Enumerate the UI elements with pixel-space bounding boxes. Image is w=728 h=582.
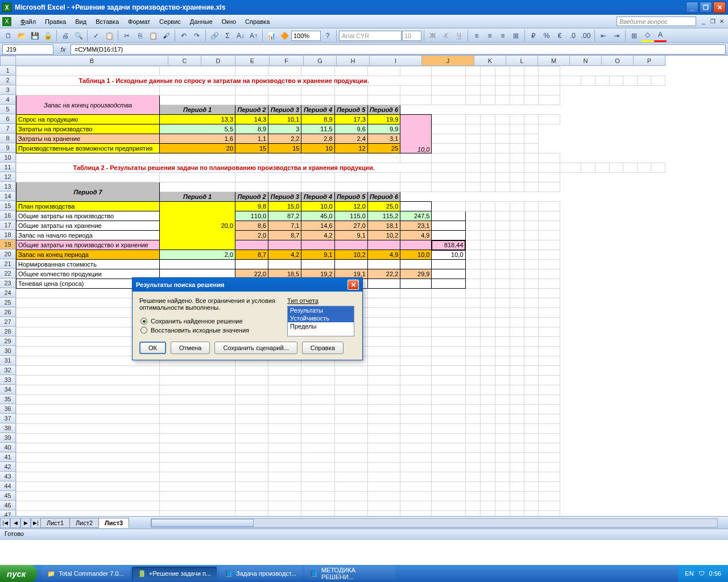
chart-icon[interactable]: 📊 xyxy=(265,30,278,42)
sort-asc-icon[interactable]: A↓ xyxy=(234,30,247,42)
dec-dec-icon[interactable]: .00 xyxy=(580,30,592,42)
menu-help[interactable]: Справка xyxy=(241,16,274,27)
taskbar-item[interactable]: 📗+Решение задачи п... xyxy=(132,567,217,580)
fill-color-icon[interactable]: ◇ xyxy=(641,30,653,42)
radio-icon xyxy=(140,327,147,334)
taskbar-item[interactable]: 📘МЕТОДИКА РЕШЕНИ... xyxy=(304,567,395,580)
standard-toolbar: 🗋 📂 💾 🔓 🖨 🔍 ✓ 📋 ✂ ⎘ 📋 🖌 ↶ ↷ 🔗 Σ A↓ A↑ 📊 … xyxy=(0,28,728,43)
zoom-select[interactable]: 100% xyxy=(291,31,321,41)
open-icon[interactable]: 📂 xyxy=(15,30,28,42)
report-type-label: Тип отчета xyxy=(287,297,355,304)
tab-nav-first[interactable]: |◀ xyxy=(0,518,10,528)
sheet-tabs: |◀ ◀ ▶ ▶| Лист1 Лист2 Лист3 xyxy=(0,516,728,529)
research-icon[interactable]: 📋 xyxy=(103,30,115,42)
align-left-icon[interactable]: ≡ xyxy=(470,30,483,42)
currency-icon[interactable]: ₽ xyxy=(527,30,540,42)
menu-data[interactable]: Данные xyxy=(185,16,217,27)
system-tray[interactable]: EN 🛡 0:56 xyxy=(678,565,728,582)
dialog-message: Решение найдено. Все ограничения и услов… xyxy=(139,297,287,311)
font-color-icon[interactable]: A xyxy=(654,30,667,42)
dialog-close-button[interactable]: ✕ xyxy=(348,280,359,290)
sheet-tab-2[interactable]: Лист2 xyxy=(69,518,99,528)
paste-icon[interactable]: 📋 xyxy=(147,30,159,42)
maximize-button[interactable]: ❐ xyxy=(700,2,712,13)
align-center-icon[interactable]: ≡ xyxy=(483,30,496,42)
status-bar: Готово xyxy=(0,529,728,540)
menu-view[interactable]: Вид xyxy=(71,16,91,27)
column-headers[interactable]: BCDEFGHIJKLMNOP xyxy=(16,56,665,66)
start-button[interactable]: пуск xyxy=(0,565,37,582)
list-item[interactable]: Результаты xyxy=(288,306,354,314)
format-painter-icon[interactable]: 🖌 xyxy=(160,30,172,42)
font-size-select[interactable]: 10 xyxy=(402,31,421,41)
align-right-icon[interactable]: ≡ xyxy=(497,30,509,42)
language-indicator[interactable]: EN xyxy=(685,570,693,577)
autosum-icon[interactable]: Σ xyxy=(221,30,234,42)
dec-inc-icon[interactable]: .0 xyxy=(566,30,579,42)
menu-format[interactable]: Формат xyxy=(123,16,155,27)
fx-icon[interactable]: fx xyxy=(58,46,68,53)
minimize-button[interactable]: _ xyxy=(686,2,698,13)
tab-nav-prev[interactable]: ◀ xyxy=(10,518,20,528)
print-icon[interactable]: 🖨 xyxy=(59,30,72,42)
menu-file[interactable]: Файл xyxy=(16,16,40,27)
borders-icon[interactable]: ⊞ xyxy=(628,30,640,42)
italic-icon[interactable]: К xyxy=(440,30,452,42)
redo-icon[interactable]: ↷ xyxy=(191,30,203,42)
help-button[interactable]: Справка xyxy=(302,342,344,354)
doc-minimize-button[interactable]: _ xyxy=(700,18,708,26)
menu-edit[interactable]: Правка xyxy=(40,16,71,27)
tab-nav-next[interactable]: ▶ xyxy=(20,518,31,528)
report-listbox[interactable]: Результаты Устойчивость Пределы xyxy=(287,306,354,336)
h-scrollbar[interactable] xyxy=(151,518,718,527)
spreadsheet-grid[interactable]: BCDEFGHIJKLMNOP 123456789101112131415161… xyxy=(0,56,728,516)
doc-close-button[interactable]: ✕ xyxy=(718,18,726,26)
save-scenario-button[interactable]: Сохранить сценарий... xyxy=(214,342,297,354)
list-item[interactable]: Пределы xyxy=(288,322,354,330)
help-icon[interactable]: ? xyxy=(321,30,334,42)
taskbar-item[interactable]: 📘Задача производст... xyxy=(219,567,302,580)
formula-bar: J19 fx =СУММ(D16:I17) xyxy=(0,43,728,56)
sheet-tab-1[interactable]: Лист1 xyxy=(40,518,70,528)
preview-icon[interactable]: 🔍 xyxy=(72,30,85,42)
tab-nav-last[interactable]: ▶| xyxy=(31,518,41,528)
cut-icon[interactable]: ✂ xyxy=(121,30,133,42)
permission-icon[interactable]: 🔓 xyxy=(42,30,54,42)
menu-bar: X Файл Правка Вид Вставка Формат Сервис … xyxy=(0,15,728,28)
indent-dec-icon[interactable]: ⇤ xyxy=(597,30,610,42)
indent-inc-icon[interactable]: ⇥ xyxy=(610,30,623,42)
h-scroll-thumb[interactable] xyxy=(151,519,254,527)
row-headers[interactable]: 1234567891011121314151617181920212223242… xyxy=(0,66,16,516)
close-button[interactable]: ✕ xyxy=(713,2,726,13)
question-box[interactable] xyxy=(617,16,696,26)
undo-icon[interactable]: ↶ xyxy=(177,30,190,42)
ok-button[interactable]: ОК xyxy=(139,342,166,354)
menu-window[interactable]: Окно xyxy=(217,16,241,27)
formula-input[interactable]: =СУММ(D16:I17) xyxy=(71,44,726,55)
save-icon[interactable]: 💾 xyxy=(28,30,41,42)
sheet-tab-3[interactable]: Лист3 xyxy=(98,518,129,528)
hyperlink-icon[interactable]: 🔗 xyxy=(208,30,221,42)
dialog-title-bar[interactable]: Результаты поиска решения ✕ xyxy=(133,278,362,292)
new-icon[interactable]: 🗋 xyxy=(2,30,15,42)
tray-icon[interactable]: 🛡 xyxy=(698,570,705,577)
taskbar-item[interactable]: 📁Total Commander 7.0... xyxy=(42,567,129,580)
spell-icon[interactable]: ✓ xyxy=(90,30,102,42)
drawing-icon[interactable]: 🔶 xyxy=(278,30,291,42)
title-bar: X Microsoft Excel - +Решение задачи прои… xyxy=(0,0,728,15)
list-item[interactable]: Устойчивость xyxy=(288,314,354,322)
name-box[interactable]: J19 xyxy=(2,44,53,55)
menu-insert[interactable]: Вставка xyxy=(91,16,123,27)
merge-icon[interactable]: ⊞ xyxy=(510,30,522,42)
percent-icon[interactable]: % xyxy=(540,30,553,42)
bold-icon[interactable]: Ж xyxy=(427,30,439,42)
cancel-button[interactable]: Отмена xyxy=(171,342,210,354)
menu-tools[interactable]: Сервис xyxy=(155,16,185,27)
font-select[interactable]: Arial CYR xyxy=(339,31,402,41)
sort-desc-icon[interactable]: A↑ xyxy=(247,30,260,42)
euro-icon[interactable]: € xyxy=(553,30,566,42)
doc-restore-button[interactable]: ❐ xyxy=(709,18,717,26)
select-all-corner[interactable] xyxy=(0,56,16,66)
copy-icon[interactable]: ⎘ xyxy=(134,30,146,42)
underline-icon[interactable]: Ч xyxy=(453,30,465,42)
